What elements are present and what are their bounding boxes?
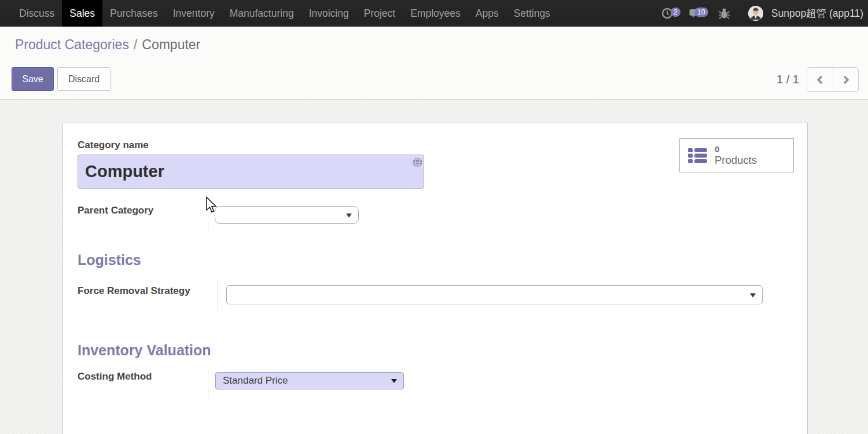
discard-button[interactable]: Discard xyxy=(57,67,111,91)
nav-item-settings[interactable]: Settings xyxy=(506,0,558,27)
caret-down-icon xyxy=(346,214,352,218)
breadcrumb: Product Categories/Computer xyxy=(15,37,200,53)
debug-icon[interactable] xyxy=(717,6,732,21)
user-photo xyxy=(748,6,763,21)
activities-icon[interactable]: 2 xyxy=(660,6,675,21)
user-menu[interactable]: Sunpop超管 (app11) xyxy=(771,6,865,20)
costing-method-label: Costing Method xyxy=(78,371,152,382)
systray: 2 10 xyxy=(660,0,865,27)
translate-globe-icon[interactable] xyxy=(413,157,422,167)
pager-value: 1 / 1 xyxy=(777,73,799,86)
costing-method-select[interactable]: Standard Price xyxy=(215,372,404,389)
breadcrumb-current: Computer xyxy=(142,37,200,52)
nav-item-invoicing[interactable]: Invoicing xyxy=(301,0,356,27)
control-panel: Product Categories/Computer Save Discard… xyxy=(0,27,868,100)
messages-icon[interactable]: 10 xyxy=(688,6,703,21)
nav-item-apps[interactable]: Apps xyxy=(468,0,506,27)
section-title-logistics: Logistics xyxy=(78,252,141,269)
products-label: Products xyxy=(715,154,757,167)
nav-item-discuss[interactable]: Discuss xyxy=(12,0,62,27)
nav-item-manufacturing[interactable]: Manufacturing xyxy=(222,0,301,27)
nav-item-employees[interactable]: Employees xyxy=(403,0,468,27)
nav-item-sales[interactable]: Sales xyxy=(62,0,102,27)
category-name-label: Category name xyxy=(78,139,149,151)
bug-icon xyxy=(718,7,730,20)
breadcrumb-parent-link[interactable]: Product Categories xyxy=(15,37,129,52)
products-count: 0 xyxy=(715,144,757,154)
chevron-left-icon xyxy=(816,75,824,85)
caret-down-icon xyxy=(750,293,756,297)
save-button[interactable]: Save xyxy=(12,67,54,91)
force-removal-strategy-select[interactable] xyxy=(226,285,763,304)
avatar[interactable] xyxy=(748,6,763,21)
parent-category-dropdown[interactable] xyxy=(215,206,359,224)
field-separator xyxy=(218,280,218,311)
category-name-input[interactable] xyxy=(78,155,424,189)
products-stat-button[interactable]: 0 Products xyxy=(679,138,794,172)
field-separator xyxy=(208,366,208,400)
form-view: 0 Products Category name Parent Category xyxy=(0,100,868,434)
messages-badge: 10 xyxy=(694,8,708,17)
costing-method-value: Standard Price xyxy=(223,375,288,387)
pager: 1 / 1 xyxy=(777,67,859,92)
top-navbar: Discuss Sales Purchases Inventory Manufa… xyxy=(0,0,868,27)
caret-down-icon xyxy=(391,379,397,383)
list-icon xyxy=(688,148,707,163)
parent-category-label: Parent Category xyxy=(78,205,153,216)
nav-item-inventory[interactable]: Inventory xyxy=(165,0,222,27)
pager-previous-button[interactable] xyxy=(807,68,833,91)
activities-badge: 2 xyxy=(671,8,681,17)
force-removal-strategy-label: Force Removal Strategy xyxy=(78,285,190,297)
breadcrumb-separator: / xyxy=(129,37,142,52)
field-separator xyxy=(208,199,208,233)
nav-item-project[interactable]: Project xyxy=(356,0,403,27)
pager-next-button[interactable] xyxy=(833,68,858,91)
form-sheet: 0 Products Category name Parent Category xyxy=(62,123,808,434)
nav-item-purchases[interactable]: Purchases xyxy=(102,0,165,27)
app-menu: Discuss Sales Purchases Inventory Manufa… xyxy=(0,0,558,27)
section-title-inventory-valuation: Inventory Valuation xyxy=(78,342,211,359)
chevron-right-icon xyxy=(842,75,850,85)
